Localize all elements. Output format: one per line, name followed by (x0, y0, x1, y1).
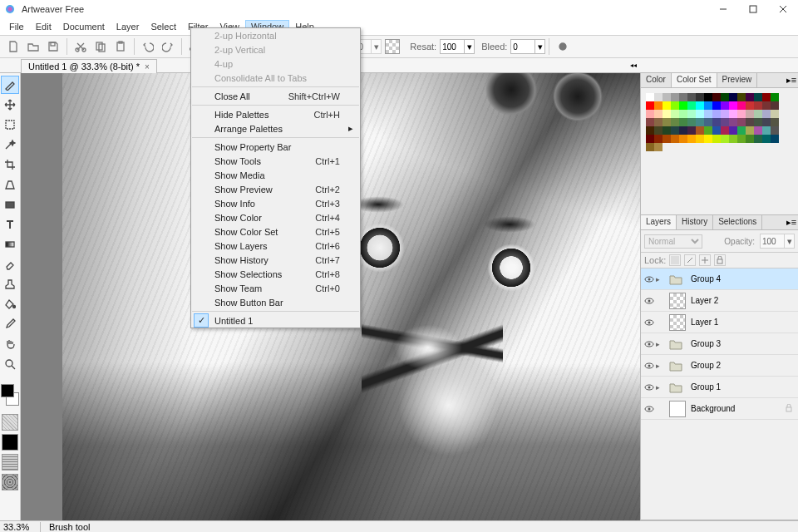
color-swatch[interactable] (679, 110, 687, 118)
color-swatch[interactable] (712, 101, 721, 110)
color-swatch[interactable] (721, 110, 729, 118)
color-swatch[interactable] (754, 118, 762, 126)
menu-item[interactable]: Show Button Bar (191, 295, 360, 309)
visibility-icon[interactable] (643, 361, 656, 371)
color-swatch[interactable] (737, 126, 746, 135)
color-swatch[interactable] (729, 110, 737, 118)
color-swatch[interactable] (663, 135, 671, 143)
color-swatch[interactable] (687, 93, 696, 101)
color-swatch[interactable] (654, 110, 663, 118)
color-swatch[interactable] (762, 101, 771, 110)
color-swatch[interactable] (729, 118, 737, 126)
color-swatch[interactable] (646, 135, 654, 143)
nozzle-swatch[interactable] (2, 474, 18, 490)
color-swatch[interactable] (721, 126, 729, 135)
menu-item[interactable]: Show ToolsCtrl+1 (191, 154, 360, 168)
color-swatch[interactable] (729, 135, 737, 143)
color-swatch[interactable] (721, 93, 729, 101)
open-file-button[interactable] (24, 37, 42, 56)
right-panel-collapse-icon[interactable]: ◂◂ (628, 57, 638, 72)
color-swatch[interactable] (663, 110, 671, 118)
lock-pixels-icon[interactable] (684, 254, 696, 266)
panel-menu-icon[interactable]: ▸≡ (785, 215, 798, 229)
color-swatch[interactable] (696, 118, 704, 126)
color-swatch[interactable] (679, 101, 687, 110)
color-set-grid[interactable] (641, 88, 798, 156)
color-swatch[interactable] (721, 118, 729, 126)
copy-button[interactable] (91, 37, 110, 56)
layer-row[interactable]: ▸Group 1 (641, 377, 798, 398)
color-swatch[interactable] (771, 101, 779, 110)
color-swatch[interactable] (663, 101, 671, 110)
expand-icon[interactable]: ▸ (656, 275, 664, 283)
color-swatch[interactable] (754, 110, 762, 118)
color-swatch[interactable] (746, 110, 754, 118)
color-swatch[interactable] (671, 93, 679, 101)
color-swatch[interactable] (712, 93, 721, 101)
color-swatch[interactable] (721, 135, 729, 143)
undo-button[interactable] (139, 37, 157, 56)
color-swatch[interactable] (646, 93, 654, 101)
menu-item[interactable]: Show ColorCtrl+4 (191, 210, 360, 224)
color-swatch[interactable] (729, 101, 737, 110)
save-file-button[interactable] (44, 37, 62, 56)
layer-row[interactable]: Layer 1 (641, 312, 798, 333)
color-swatch[interactable] (646, 110, 654, 118)
menu-file[interactable]: File (3, 20, 30, 33)
color-swatch[interactable] (712, 118, 721, 126)
color-swatch[interactable] (687, 110, 696, 118)
color-swatch[interactable] (704, 126, 712, 135)
menu-item[interactable]: Close AllShift+Ctrl+W (191, 89, 360, 103)
color-swatch[interactable] (746, 118, 754, 126)
visibility-icon[interactable] (643, 274, 656, 284)
lock-position-icon[interactable] (699, 254, 711, 266)
color-swatch[interactable] (762, 118, 771, 126)
secondary-swatch[interactable] (2, 434, 18, 451)
color-swatch[interactable] (704, 118, 712, 126)
menu-edit[interactable]: Edit (30, 20, 57, 33)
paper-texture-swatch[interactable] (2, 414, 18, 431)
blend-mode-select[interactable]: Normal (644, 234, 702, 249)
wand-tool[interactable] (1, 135, 19, 154)
color-swatch[interactable] (646, 118, 654, 126)
visibility-icon[interactable] (643, 404, 656, 414)
color-swatch[interactable] (746, 126, 754, 135)
menu-document[interactable]: Document (57, 20, 111, 33)
menu-item[interactable]: Hide PalettesCtrl+H (191, 107, 360, 121)
color-swatch[interactable] (754, 101, 762, 110)
color-swatch[interactable] (746, 101, 754, 110)
layer-row[interactable]: ▸Group 2 (641, 355, 798, 377)
stamp-tool[interactable] (1, 275, 19, 293)
maximize-button[interactable] (738, 0, 768, 18)
color-swatch[interactable] (679, 118, 687, 126)
color-swatch[interactable] (654, 93, 663, 101)
paste-button[interactable] (111, 37, 130, 56)
color-swatch[interactable] (771, 93, 779, 101)
color-swatch[interactable] (671, 135, 679, 143)
color-swatch[interactable] (737, 101, 746, 110)
color-swatch[interactable] (696, 101, 704, 110)
menu-item[interactable]: Show Property Bar (191, 140, 360, 154)
eyedropper-tool[interactable] (1, 315, 19, 333)
color-swatch[interactable] (737, 135, 746, 143)
color-swatch[interactable] (646, 126, 654, 135)
color-swatch[interactable] (762, 135, 771, 143)
text-tool[interactable] (1, 215, 19, 234)
layer-opacity-input[interactable]: ▾ (760, 234, 795, 249)
menu-item[interactable]: Show Color SetCtrl+5 (191, 224, 360, 239)
color-swatch[interactable] (729, 126, 737, 135)
color-swatch[interactable] (671, 118, 679, 126)
visibility-icon[interactable] (643, 339, 656, 349)
tab-preview[interactable]: Preview (717, 73, 758, 87)
perspective-tool[interactable] (1, 175, 19, 194)
close-button[interactable] (768, 0, 798, 18)
zoom-status[interactable]: 33.3% (3, 522, 41, 532)
color-swatch[interactable] (696, 93, 704, 101)
layer-row[interactable]: Background (641, 398, 798, 420)
panel-menu-icon[interactable]: ▸≡ (785, 73, 798, 87)
foreground-color[interactable] (1, 384, 14, 397)
color-swatch[interactable] (654, 118, 663, 126)
color-swatch[interactable] (654, 143, 663, 151)
tab-color-set[interactable]: Color Set (672, 73, 717, 87)
tab-history[interactable]: History (677, 215, 713, 229)
